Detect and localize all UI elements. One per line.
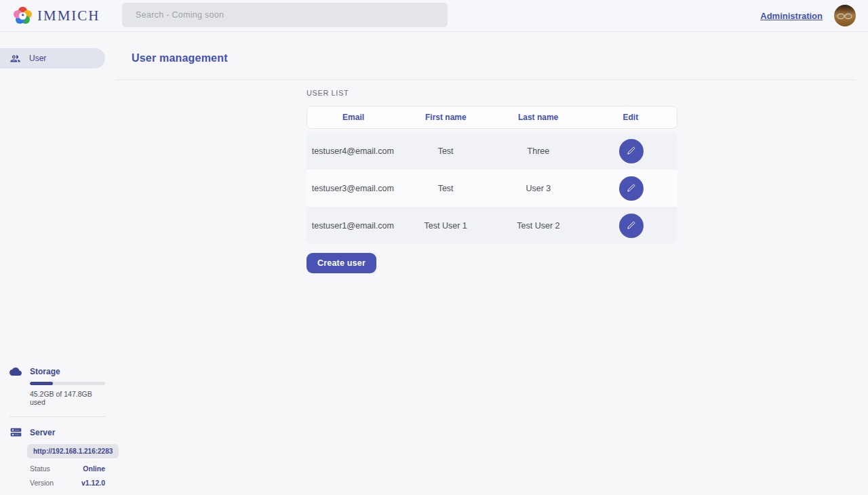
pencil-icon (626, 183, 636, 193)
column-header-first-name: First name (399, 113, 492, 122)
table-header-row: Email First name Last name Edit (307, 106, 677, 129)
storage-usage-text: 45.2GB of 147.8GB used (30, 390, 108, 406)
cell-last-name: Test User 2 (492, 221, 585, 231)
table-row: testuser3@email.com Test User 3 (307, 170, 677, 207)
storage-section: Storage 45.2GB of 147.8GB used (0, 367, 108, 406)
cell-email: testuser1@email.com (307, 221, 399, 231)
search-input[interactable] (122, 3, 448, 27)
cell-first-name: Test User 1 (399, 221, 492, 231)
pencil-icon (626, 146, 636, 156)
main-panel: User management USER LIST Email First na… (115, 32, 868, 495)
status-label: Status (30, 464, 50, 473)
create-user-button[interactable]: Create user (307, 253, 376, 273)
edit-user-button[interactable] (619, 176, 644, 201)
immich-flower-icon: ✦ (14, 7, 32, 25)
immich-logo: ✦ IMMICH (14, 7, 100, 25)
server-version-row: Version v1.12.0 (30, 479, 105, 487)
table-row: testuser1@email.com Test User 1 Test Use… (307, 207, 677, 244)
column-header-email: Email (307, 113, 399, 122)
admin-sidebar: User Storage 45.2GB of 147.8GB used (0, 32, 115, 495)
user-table-body: testuser4@email.com Test Three testuser3… (307, 132, 677, 244)
users-group-icon (9, 53, 21, 64)
page-title: User management (132, 52, 856, 64)
footer-divider (9, 416, 105, 417)
server-section: Server http://192.168.1.216:2283 Status … (0, 427, 108, 487)
page-title-block: User management (115, 32, 856, 80)
sidebar-item-label: User (29, 54, 46, 63)
column-header-edit: Edit (585, 113, 677, 122)
server-icon (9, 427, 22, 438)
cloud-icon (9, 367, 22, 376)
server-url: http://192.168.1.216:2283 (27, 444, 119, 458)
edit-user-button[interactable] (619, 139, 644, 163)
cell-email: testuser4@email.com (307, 146, 399, 156)
version-value: v1.12.0 (81, 479, 105, 487)
cell-first-name: Test (399, 184, 492, 193)
cell-last-name: Three (492, 146, 585, 156)
glasses-on-wood (837, 13, 853, 20)
edit-user-button[interactable] (619, 214, 644, 238)
pencil-icon (626, 220, 636, 231)
storage-title: Storage (30, 367, 60, 376)
user-list-label: USER LIST (307, 89, 677, 97)
user-list-area: USER LIST Email First name Last name Edi… (307, 89, 677, 273)
cell-last-name: User 3 (492, 184, 585, 193)
top-header: ✦ IMMICH Administration (0, 0, 868, 32)
sidebar-footer: Storage 45.2GB of 147.8GB used (0, 367, 108, 495)
table-row: testuser4@email.com Test Three (307, 132, 677, 170)
sidebar-item-users[interactable]: User (0, 48, 105, 68)
cell-first-name: Test (399, 146, 492, 156)
administration-link[interactable]: Administration (760, 11, 823, 21)
server-title: Server (30, 428, 55, 437)
cell-email: testuser3@email.com (307, 184, 399, 193)
storage-progress-fill (30, 382, 53, 385)
column-header-last-name: Last name (492, 113, 585, 122)
version-label: Version (30, 479, 54, 487)
status-value: Online (83, 464, 105, 473)
user-avatar[interactable] (834, 5, 856, 26)
logo-wordmark: IMMICH (37, 7, 100, 24)
flower-center-star: ✦ (19, 12, 26, 20)
storage-progress-bar (30, 382, 105, 385)
server-status-row: Status Online (30, 464, 105, 473)
